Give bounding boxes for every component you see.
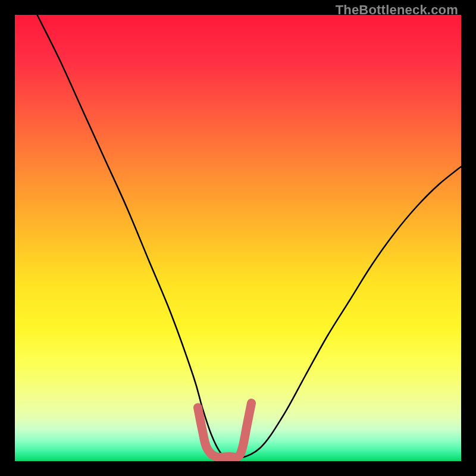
chart-frame: TheBottleneck.com [0,0,476,476]
curve-layer [15,15,461,461]
watermark-text: TheBottleneck.com [336,2,458,18]
plot-area [15,15,461,461]
bottleneck-curve [37,15,462,460]
optimal-zone-marker [198,403,252,458]
